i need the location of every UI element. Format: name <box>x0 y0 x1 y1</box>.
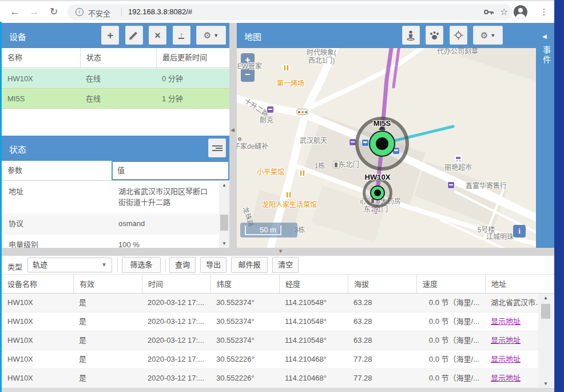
report-valid: 是 <box>73 294 142 312</box>
report-lon: 114.210548° <box>279 294 348 312</box>
browser-toolbar: ← → ↻ i 不安全 192.168.3.8:8082/# ☆ ⋮ <box>0 0 564 22</box>
report-row[interactable]: HW10X是2020-03-12 17:...30.552226°114.210… <box>2 369 538 388</box>
report-type-select[interactable]: 轨迹 ▼ <box>27 258 112 272</box>
filter-button[interactable]: 筛选条件 <box>122 257 161 273</box>
report-lat: 30.552374° <box>210 331 279 350</box>
geofence-button[interactable] <box>450 26 467 45</box>
map-canvas[interactable]: + − 时代映象( 西北1门)代办公司刻章NEW管家第一烤场十升二路耐克武汉航天… <box>237 48 536 248</box>
show-address-link[interactable]: 显示地址 <box>491 336 521 345</box>
status-scrollbar[interactable]: ▲ ▼ <box>219 181 229 248</box>
column-header-alt[interactable]: 海拔 <box>348 275 416 293</box>
report-alt: 63.28 <box>348 331 416 350</box>
column-header-lat[interactable]: 纬度 <box>210 275 279 293</box>
column-header-address[interactable]: 地址 <box>485 275 554 293</box>
column-header-valid[interactable]: 有效 <box>73 275 142 293</box>
expand-events-icon[interactable]: ◀ <box>542 33 547 39</box>
paw-icon <box>430 31 439 40</box>
upload-button[interactable]: ↑ <box>173 26 190 45</box>
map-settings-button[interactable]: ⚙▼ <box>473 26 503 45</box>
report-speed: 0.0 节（海里/... <box>416 350 485 369</box>
email-report-button[interactable]: 邮件报告 <box>231 257 268 273</box>
map-panel-title: 地图 <box>244 30 261 42</box>
column-header-speed[interactable]: 速度 <box>416 275 485 293</box>
column-header-time[interactable]: 时间 <box>142 275 210 293</box>
restaurant-icon <box>299 169 306 177</box>
report-lon: 114.210468° <box>279 369 348 387</box>
status-list-button[interactable] <box>208 138 226 157</box>
password-key-icon[interactable] <box>484 8 494 16</box>
show-address-link[interactable]: 显示地址 <box>491 374 521 382</box>
type-label: 类型 <box>7 261 22 272</box>
report-valid: 是 <box>73 312 142 331</box>
column-header-lastupdate[interactable]: 最后更新时间 <box>156 48 229 68</box>
report-row[interactable]: HW10X是2020-03-12 17:...30.552226°114.210… <box>2 350 538 369</box>
column-header-lon[interactable]: 经度 <box>279 275 348 293</box>
column-header-value[interactable]: 值 <box>112 161 229 180</box>
browser-menu-icon[interactable]: ⋮ <box>538 5 550 19</box>
status-row[interactable]: 协议osmand <box>2 213 229 235</box>
report-row[interactable]: HW10X是2020-03-12 17:...30.552374°114.210… <box>2 331 538 350</box>
gear-icon: ⚙ <box>480 31 488 39</box>
device-row[interactable]: MI5S在线1 分钟 <box>2 89 229 109</box>
column-header-name[interactable]: 名称 <box>2 48 80 68</box>
horizontal-scrollbar[interactable] <box>2 388 554 392</box>
scroll-thumb[interactable] <box>220 215 228 231</box>
column-header-device[interactable]: 设备名称 <box>2 275 73 293</box>
device-status: 在线 <box>80 89 156 108</box>
export-button[interactable]: 导出 <box>200 257 227 273</box>
scroll-up-icon[interactable]: ▲ <box>538 294 553 302</box>
page-info-icon[interactable]: i <box>76 8 84 16</box>
follow-device-button[interactable] <box>426 26 443 45</box>
attribution-info-icon[interactable]: i <box>513 225 526 237</box>
query-button[interactable]: 查询 <box>169 257 196 273</box>
restaurant-icon <box>285 191 292 199</box>
clear-button[interactable]: 清空 <box>272 257 299 273</box>
column-header-param[interactable]: 参数 <box>2 161 112 180</box>
address-bar[interactable]: i 不安全 192.168.3.8:8082/# ☆ <box>67 4 512 20</box>
url-text[interactable]: 192.168.3.8:8082/# <box>128 7 192 16</box>
report-address: 显示地址 <box>485 331 538 350</box>
bookmark-star-icon[interactable]: ☆ <box>500 6 508 17</box>
report-speed: 0.0 节（海里/... <box>416 312 485 331</box>
devices-panel-title: 设备 <box>9 30 26 42</box>
show-address-link[interactable]: 显示地址 <box>491 317 521 326</box>
remove-device-button[interactable]: × <box>149 26 166 45</box>
report-lat: 30.552374° <box>210 294 279 312</box>
device-row[interactable]: HW10X在线0 分钟 <box>2 69 229 89</box>
vertical-splitter[interactable]: ◀ <box>229 23 237 248</box>
horizontal-splitter[interactable]: ▼ <box>2 248 554 256</box>
pegman-icon <box>407 30 415 41</box>
scroll-down-icon[interactable]: ▼ <box>538 379 553 388</box>
scroll-up-icon[interactable]: ▲ <box>219 181 229 189</box>
column-header-status[interactable]: 状态 <box>80 48 156 68</box>
events-panel-collapsed[interactable]: ◀ 事件 <box>536 23 554 248</box>
chevron-down-icon: ▼ <box>101 258 107 272</box>
reload-icon[interactable]: ↻ <box>47 5 61 19</box>
report-row[interactable]: HW10X是2020-03-12 17:...30.552374°114.210… <box>2 312 538 331</box>
device-settings-button[interactable]: ⚙▼ <box>196 26 226 45</box>
map-scale-bar: 50 m <box>240 223 297 237</box>
map-label: 代办公司刻章 <box>437 48 478 56</box>
show-address-link[interactable]: 显示地址 <box>491 355 521 363</box>
back-icon[interactable]: ← <box>8 5 22 19</box>
scroll-thumb[interactable] <box>541 304 550 319</box>
profile-avatar[interactable] <box>514 5 527 19</box>
report-row[interactable]: HW10X是2020-03-12 17:...30.552374°114.210… <box>2 294 538 312</box>
window-right-border <box>554 0 564 392</box>
window-left-border <box>0 22 2 392</box>
forward-icon[interactable]: → <box>27 5 41 19</box>
status-row[interactable]: 电量级别100 % <box>2 235 229 248</box>
map-label: 子家de缝补 <box>237 143 268 151</box>
status-row[interactable]: 地址湖北省武汉市汉阳区琴断口街街道十升二路 <box>2 181 229 213</box>
collapse-down-icon[interactable]: ▼ <box>278 248 283 254</box>
scroll-down-icon[interactable]: ▼ <box>219 240 229 248</box>
collapse-left-icon[interactable]: ◀ <box>231 127 235 133</box>
marker-label: HW10X <box>365 173 391 181</box>
status-param: 地址 <box>2 181 112 213</box>
status-value: osmand <box>112 213 229 235</box>
map-panel: 地图 <box>237 23 536 248</box>
report-scrollbar[interactable]: ▲ ▼ <box>538 294 553 388</box>
street-view-button[interactable] <box>402 26 420 45</box>
edit-device-button[interactable] <box>125 26 143 45</box>
add-device-button[interactable]: + <box>101 26 119 45</box>
